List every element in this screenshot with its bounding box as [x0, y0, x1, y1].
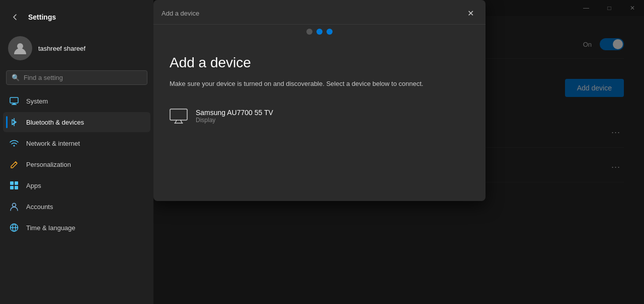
- modal-description: Make sure your device is turned on and d…: [170, 79, 469, 89]
- sidebar-item-bluetooth[interactable]: Bluetooth & devices: [3, 112, 150, 132]
- wifi-icon: [9, 138, 19, 148]
- sidebar-item-apps[interactable]: Apps: [3, 175, 150, 195]
- progress-dot-1: [306, 29, 312, 35]
- accounts-icon: [9, 201, 19, 212]
- avatar: [8, 36, 32, 60]
- back-button[interactable]: [8, 10, 22, 24]
- sidebar-item-network[interactable]: Network & internet: [3, 133, 150, 153]
- svg-line-16: [181, 120, 182, 123]
- sidebar-item-label-time: Time & language: [26, 224, 75, 232]
- device-list-item[interactable]: Samsung AU7700 55 TV Display: [170, 101, 469, 131]
- svg-line-15: [175, 120, 177, 123]
- progress-dot-3: [327, 29, 333, 35]
- progress-dots: [153, 25, 486, 43]
- progress-dot-2: [316, 29, 323, 35]
- sidebar-item-accounts[interactable]: Accounts: [3, 196, 150, 217]
- sidebar-item-label-accounts: Accounts: [26, 203, 53, 211]
- search-input[interactable]: [24, 74, 142, 81]
- svg-rect-14: [170, 109, 187, 120]
- add-device-modal: Add a device ✕ Add a device Make sure yo…: [153, 0, 486, 201]
- device-info: Samsung AU7700 55 TV Display: [196, 109, 273, 124]
- app-title: Settings: [28, 13, 56, 21]
- svg-rect-8: [10, 186, 14, 189]
- svg-rect-1: [10, 97, 18, 103]
- svg-rect-7: [15, 181, 18, 185]
- username: tashreef shareef: [38, 45, 86, 52]
- sidebar-item-label-bluetooth: Bluetooth & devices: [26, 119, 84, 126]
- sidebar-item-label-personalization: Personalization: [26, 161, 71, 168]
- search-icon: 🔍: [12, 74, 20, 81]
- svg-point-5: [14, 145, 15, 147]
- apps-icon: [9, 180, 19, 190]
- modal-close-icon: ✕: [467, 9, 474, 18]
- svg-point-10: [13, 204, 16, 207]
- app-window: Settings tashreef shareef 🔍: [0, 0, 644, 304]
- sidebar-header: Settings: [0, 0, 153, 32]
- sidebar-item-label-system: System: [26, 97, 48, 105]
- modal-overlay: Add a device ✕ Add a device Make sure yo…: [153, 0, 644, 304]
- sidebar-item-personalization[interactable]: Personalization: [3, 154, 150, 174]
- modal-title-text: Add a device: [162, 10, 199, 17]
- device-type: Display: [196, 117, 273, 124]
- sidebar-item-time[interactable]: Time & language: [3, 218, 150, 238]
- modal-heading: Add a device: [170, 55, 469, 71]
- modal-body: Add a device Make sure your device is tu…: [153, 43, 486, 143]
- device-name: Samsung AU7700 55 TV: [196, 109, 273, 117]
- user-section: tashreef shareef: [0, 32, 153, 68]
- bluetooth-icon: [9, 117, 19, 127]
- sidebar-item-label-apps: Apps: [26, 182, 41, 189]
- system-icon: [9, 96, 19, 106]
- svg-rect-9: [15, 186, 18, 189]
- pencil-icon: [9, 159, 19, 169]
- display-icon: [170, 107, 188, 125]
- globe-icon: [9, 223, 19, 233]
- modal-titlebar: Add a device ✕: [153, 0, 486, 25]
- sidebar-item-label-network: Network & internet: [26, 140, 80, 147]
- svg-rect-6: [10, 181, 14, 185]
- sidebar-item-system[interactable]: System: [3, 91, 150, 111]
- modal-close-button[interactable]: ✕: [463, 6, 477, 20]
- sidebar: Settings tashreef shareef 🔍: [0, 0, 153, 304]
- main-content: — □ ✕ On Add device: [153, 0, 644, 304]
- nav-list: System Bluetooth & devices: [0, 91, 153, 238]
- search-box[interactable]: 🔍: [6, 70, 147, 85]
